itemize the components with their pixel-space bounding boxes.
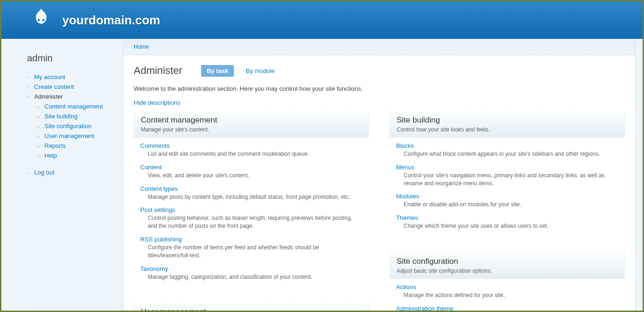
intro-text: Welcome to the administration section. H…: [123, 85, 635, 99]
right-column: Site buildingControl how your site looks…: [390, 111, 625, 312]
sidebar-link[interactable]: Content management: [44, 103, 103, 110]
admin-item-link[interactable]: Modules: [396, 193, 419, 200]
admin-item: Post settingsControl posting behavior, s…: [140, 206, 362, 230]
admin-item-description: Control posting behavior, such as teaser…: [140, 214, 362, 230]
section-subtitle: Control how your site looks and feels.: [397, 126, 618, 133]
sidebar-link[interactable]: Create content: [34, 83, 74, 90]
sidebar-link[interactable]: Reports: [44, 142, 66, 149]
section-heading: Site building: [397, 116, 618, 125]
admin-item: ContentView, edit, and delete your site'…: [140, 164, 362, 180]
section-subtitle: Adjust basic site configuration options.: [397, 268, 618, 274]
admin-item-description: Manage tagging, categorization, and clas…: [140, 273, 362, 281]
section-heading: Content management: [141, 116, 362, 125]
admin-section: Site configurationAdjust basic site conf…: [390, 252, 625, 312]
admin-item-description: Configure what block content appears in …: [396, 150, 618, 158]
admin-item: Content typesManage posts by content typ…: [140, 185, 362, 201]
admin-item-description: Configure the number of items per feed a…: [140, 244, 362, 260]
admin-item-link[interactable]: Menus: [396, 164, 414, 171]
admin-item-description: Enable or disable add-on modules for you…: [396, 201, 618, 209]
section-header: Content managementManage your site's con…: [134, 111, 369, 138]
admin-item-link[interactable]: RSS publishing: [140, 236, 182, 243]
breadcrumb-home[interactable]: Home: [134, 44, 149, 50]
section-header: Site configurationAdjust basic site conf…: [390, 252, 625, 279]
svg-point-1: [42, 19, 44, 22]
view-tabs: By task By module: [201, 65, 285, 77]
admin-item-link[interactable]: Content: [140, 164, 162, 171]
sidebar-link[interactable]: User management: [44, 132, 94, 139]
admin-item-description: Control your site's navigation menu, pri…: [396, 172, 618, 188]
hide-descriptions-link[interactable]: Hide descriptions: [134, 99, 181, 106]
main-content: Home Administer By task By module Welcom…: [123, 39, 636, 312]
sidebar-item-create-content[interactable]: ○Create content: [27, 82, 123, 92]
left-column: Content managementManage your site's con…: [134, 111, 369, 312]
bullet-icon: ○: [37, 153, 42, 159]
admin-item: ThemesChange which theme your site uses …: [396, 214, 618, 230]
sidebar-link[interactable]: Log out: [34, 169, 54, 176]
section-items: CommentsList and edit site comments and …: [134, 138, 369, 291]
sidebar-item-user-management[interactable]: ▹User management: [27, 131, 123, 141]
admin-section: Site buildingControl how your site looks…: [390, 111, 625, 240]
admin-item-link[interactable]: Post settings: [140, 206, 175, 213]
drupal-logo-icon: [27, 6, 55, 34]
bullet-icon: ○: [27, 75, 32, 80]
chevron-right-icon: ▹: [37, 124, 42, 129]
svg-point-0: [38, 19, 40, 22]
admin-item: ModulesEnable or disable add-on modules …: [396, 193, 618, 209]
sidebar-item-site-building[interactable]: ▹Site building: [27, 111, 123, 121]
section-heading: Site configuration: [397, 257, 618, 266]
section-header: Site buildingControl how your site looks…: [390, 111, 625, 138]
sidebar-link[interactable]: Help: [44, 152, 57, 159]
sidebar-title: admin: [27, 53, 123, 64]
sidebar-link[interactable]: Site building: [44, 113, 78, 120]
chevron-right-icon: ▹: [37, 114, 42, 119]
admin-item-link[interactable]: Comments: [140, 142, 170, 149]
chevron-right-icon: ▹: [37, 144, 42, 149]
admin-item-link[interactable]: Administration theme: [396, 305, 453, 312]
admin-item: MenusControl your site's navigation menu…: [396, 164, 618, 188]
site-header: yourdomain.com: [1, 1, 643, 39]
admin-item-description: View, edit, and delete your site's conte…: [140, 172, 362, 180]
sidebar-item-reports[interactable]: ▹Reports: [27, 141, 123, 151]
chevron-right-icon: ▹: [37, 134, 42, 139]
admin-item-description: List and edit site comments and the comm…: [140, 150, 362, 158]
sidebar-item-administer[interactable]: ▿Administer: [27, 92, 123, 102]
admin-item-description: Manage posts by content type, including …: [140, 193, 362, 201]
tab-by-module[interactable]: By module: [240, 65, 280, 77]
section-header: User managementManage your site's users,…: [134, 303, 369, 312]
admin-item-link[interactable]: Themes: [396, 214, 418, 221]
section-items: ActionsManage the actions defined for yo…: [390, 279, 625, 312]
bullet-icon: ○: [27, 85, 32, 90]
chevron-down-icon: ▿: [27, 94, 32, 100]
sidebar-link[interactable]: My account: [34, 73, 65, 80]
bullet-icon: ○: [27, 170, 32, 175]
admin-item: RSS publishingConfigure the number of it…: [140, 236, 362, 260]
sidebar-link[interactable]: Site configuration: [44, 123, 91, 130]
admin-section: Content managementManage your site's con…: [134, 111, 369, 291]
admin-item: ActionsManage the actions defined for yo…: [396, 283, 618, 299]
admin-item-link[interactable]: Taxonomy: [140, 265, 168, 272]
admin-item: TaxonomyManage tagging, categorization, …: [140, 265, 362, 281]
tab-by-task[interactable]: By task: [201, 65, 234, 77]
section-subtitle: Manage your site's content.: [141, 126, 362, 133]
sidebar-item-site-configuration[interactable]: ▹Site configuration: [27, 121, 123, 131]
admin-item: CommentsList and edit site comments and …: [140, 142, 362, 158]
breadcrumb: Home: [123, 39, 635, 55]
chevron-right-icon: ▹: [37, 104, 42, 109]
admin-item-link[interactable]: Content types: [140, 185, 178, 192]
admin-item: Administration themeSettings for how you…: [396, 305, 618, 312]
sidebar-item-help[interactable]: ○Help: [27, 151, 123, 160]
admin-item-link[interactable]: Blocks: [396, 142, 414, 149]
sidebar-item-log-out[interactable]: ○Log out: [27, 167, 123, 177]
sidebar-item-content-management[interactable]: ▹Content management: [27, 102, 123, 111]
section-items: BlocksConfigure what block content appea…: [390, 138, 625, 240]
site-name: yourdomain.com: [62, 13, 160, 28]
sidebar: admin ○My account ○Create content ▿Admin…: [1, 39, 123, 312]
page-title: Administer: [134, 65, 182, 77]
admin-section: User managementManage your site's users,…: [134, 303, 369, 312]
admin-item-link[interactable]: Actions: [396, 283, 416, 290]
admin-item-description: Change which theme your site uses or all…: [396, 222, 618, 230]
section-heading: User management: [141, 307, 362, 312]
admin-item: BlocksConfigure what block content appea…: [396, 142, 618, 158]
sidebar-current-label: Administer: [34, 93, 63, 100]
sidebar-item-my-account[interactable]: ○My account: [27, 72, 123, 82]
